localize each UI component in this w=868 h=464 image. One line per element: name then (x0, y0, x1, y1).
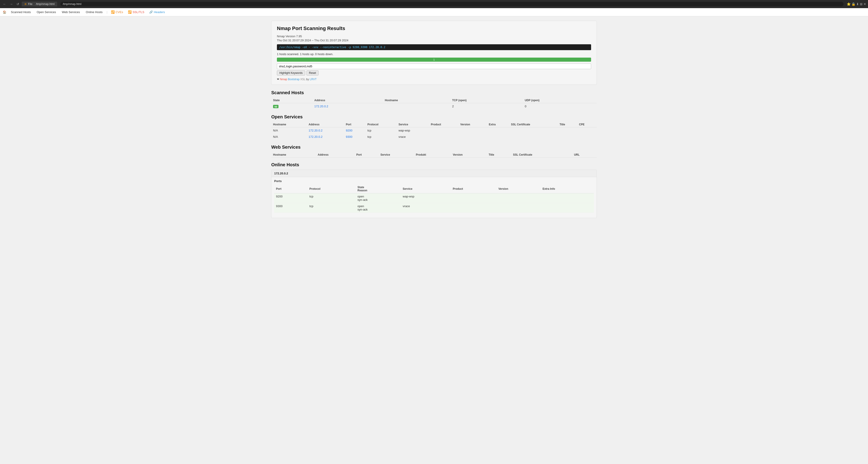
forward-button[interactable]: → (8, 2, 14, 6)
ports-table: Port Protocol StateReason Service Produc… (274, 185, 594, 213)
col-address: Address (313, 98, 383, 103)
svc-version (458, 127, 487, 134)
port-product (451, 193, 497, 203)
svc-service: vrace (397, 134, 429, 140)
col-service: Service (379, 152, 414, 158)
col-hostname: Hostname (271, 122, 307, 127)
svc-protocol: tcp (366, 134, 397, 140)
col-hostname: Hostname (383, 98, 450, 103)
reset-button[interactable]: Reset (307, 70, 318, 75)
nav-ssl-link[interactable]: 🔁 SSL/TLS (126, 9, 147, 15)
tab-label: File (28, 2, 32, 6)
command-bar: /usr/bin/nmap -oX - -vvv --noninteractiv… (277, 44, 591, 50)
web-services-title: Web Services (271, 144, 597, 150)
table-row: N/A 172.20.0.2 9200 tcp wap-wsp (271, 127, 597, 134)
nav-cves-link[interactable]: 🔁 CVEs (109, 9, 125, 15)
browser-tab: ⚙ File /tmp/nmap.html (22, 2, 57, 6)
keyword-actions: Highlight Keywords Reset (277, 70, 591, 75)
nav-divider: | (107, 10, 107, 14)
browser-chrome: ← → ↺ ⚙ File /tmp/nmap.html ⭐ 🔒 ⬇ ⊞ ✕ (0, 0, 868, 8)
by-label: by (306, 78, 309, 81)
svc-title (558, 134, 577, 140)
col-state: State (271, 98, 313, 103)
heart-icon: ❤ (277, 78, 279, 81)
svc-cpe (577, 127, 597, 134)
report-title: Nmap Port Scanning Results (277, 26, 591, 31)
progress-label: 1 (433, 58, 435, 61)
back-button[interactable]: ← (2, 2, 7, 6)
svc-cpe (577, 134, 597, 140)
nav-online-hosts[interactable]: Online Hosts (83, 9, 105, 15)
col-title: Title (487, 152, 511, 158)
table-row: up 172.20.0.2 2 0 (271, 103, 597, 110)
nav-scanned-hosts[interactable]: Scanned Hosts (8, 9, 33, 15)
headers-icon: 🔗 (149, 10, 153, 14)
col-udp-open: UDP (open) (523, 98, 597, 103)
nav-bar: 🏠 Scanned Hosts Open Services Web Servic… (0, 8, 868, 16)
web-services-header: Hostname Address Port Service Produkt Ve… (271, 152, 597, 158)
tab-file-icon: ⚙ (24, 3, 27, 6)
home-icon[interactable]: 🏠 (3, 10, 6, 14)
host-hostname (383, 103, 450, 110)
svc-protocol: tcp (366, 127, 397, 134)
highlight-keywords-button[interactable]: Highlight Keywords (277, 70, 305, 75)
headers-label: Headers (154, 10, 165, 14)
port-protocol: tcp (308, 203, 356, 213)
status-badge: up (273, 105, 278, 108)
cves-label: CVEs (116, 10, 123, 14)
address-bar[interactable] (60, 2, 844, 6)
col-produkt: Produkt (414, 152, 451, 158)
svc-title (558, 127, 577, 134)
svc-port: 9300 (344, 134, 366, 140)
port-state-reason: opensyn-ack (356, 203, 401, 213)
col-state-reason: StateReason (356, 185, 401, 193)
svc-service: wap-wsp (397, 127, 429, 134)
ports-header: Port Protocol StateReason Service Produc… (274, 185, 594, 193)
col-extra-info: Extra Info (541, 185, 594, 193)
nav-web-services[interactable]: Web Services (59, 9, 83, 15)
svc-address-link[interactable]: 172.20.0.2 (309, 129, 322, 132)
col-port: Port (354, 152, 379, 158)
svc-product (429, 127, 458, 134)
col-service: Service (397, 122, 429, 127)
svc-port-link[interactable]: 9300 (346, 135, 352, 138)
reload-button[interactable]: ↺ (16, 2, 20, 6)
port-state-reason: opensyn-ack (356, 193, 401, 203)
table-row: 9200 tcp opensyn-ack wap-wsp (274, 193, 594, 203)
host-card-ip: 172.20.0.2 (272, 170, 596, 177)
scan-summary: 1 hosts scanned. 1 hosts up. 0 hosts dow… (277, 53, 591, 56)
port-number: 9300 (274, 203, 308, 213)
host-address: 172.20.0.2 (313, 103, 383, 110)
browser-actions: ⭐ 🔒 ⬇ ⊞ ✕ (847, 2, 866, 6)
svc-address: 172.20.0.2 (307, 134, 344, 140)
col-protocol: Protocol (308, 185, 356, 193)
col-address: Address (307, 122, 344, 127)
col-port: Port (274, 185, 308, 193)
online-hosts-title: Online Hosts (271, 162, 597, 167)
ssl-label: SSL/TLS (132, 10, 144, 14)
host-card-body: Ports Port Protocol StateReason Service … (272, 177, 596, 218)
port-protocol: tcp (308, 193, 356, 203)
open-services-table: Hostname Address Port Protocol Service P… (271, 122, 597, 140)
svc-port-link[interactable]: 9200 (346, 129, 352, 132)
lrvt-link[interactable]: LRVT (310, 78, 316, 81)
port-product (451, 203, 497, 213)
host-address-link[interactable]: 172.20.0.2 (314, 105, 328, 108)
web-services-table: Hostname Address Port Service Produkt Ve… (271, 152, 597, 158)
nav-open-services[interactable]: Open Services (34, 9, 59, 15)
tab-address: /tmp/nmap.html (36, 2, 55, 6)
host-card: 172.20.0.2 Ports Port Protocol StateReas… (271, 170, 597, 218)
nmap-link[interactable]: Nmap (280, 78, 287, 81)
col-version: Version (458, 122, 487, 127)
nav-headers-link[interactable]: 🔗 Headers (147, 9, 167, 15)
svc-address-link[interactable]: 172.20.0.2 (309, 135, 322, 138)
ssl-icon: 🔁 (128, 10, 131, 14)
bootstrap-link[interactable]: Bootstrap (288, 78, 300, 81)
svc-hostname: N/A (271, 134, 307, 140)
open-services-title: Open Services (271, 114, 597, 120)
keyword-input[interactable] (277, 64, 591, 69)
main-content: Nmap Port Scanning Results Nmap Version … (265, 16, 603, 226)
host-udp: 0 (523, 103, 597, 110)
xsl-link[interactable]: XSL (300, 78, 305, 81)
svc-extra (487, 134, 509, 140)
